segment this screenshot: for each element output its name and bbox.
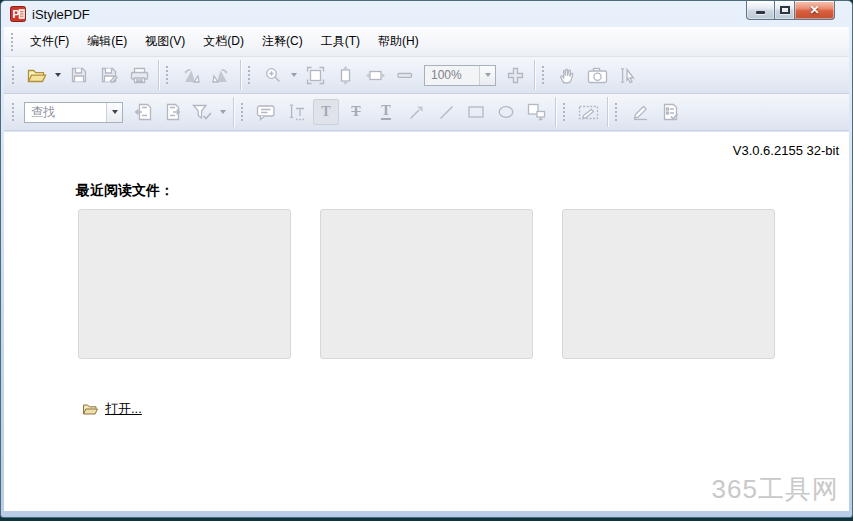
find-combobox[interactable]: 查找	[24, 102, 123, 123]
open-folder-icon	[27, 67, 47, 84]
find-previous-button[interactable]	[129, 99, 155, 125]
toolbar-separator	[158, 60, 159, 90]
find-previous-icon	[133, 103, 152, 121]
fit-width-button[interactable]	[362, 62, 388, 88]
underline-text-button[interactable]: T	[373, 99, 399, 125]
menu-document[interactable]: 文档(D)	[194, 29, 253, 54]
minimize-icon	[756, 11, 765, 14]
find-input-value[interactable]: 查找	[25, 103, 106, 122]
zoom-dropdown-button[interactable]	[288, 62, 300, 88]
menu-file[interactable]: 文件(F)	[21, 29, 78, 54]
main-toolbar: 100%	[4, 57, 849, 94]
window-title: iStylePDF	[32, 7, 90, 22]
menubar-grip[interactable]	[11, 33, 14, 51]
app-logo-icon: P	[10, 6, 26, 22]
save-as-button[interactable]	[96, 62, 122, 88]
zoom-level-combobox[interactable]: 100%	[424, 65, 496, 86]
watermark-text: 365工具网	[712, 472, 839, 507]
highlight-text-button[interactable]: T	[313, 99, 339, 125]
form-verify-button[interactable]	[657, 99, 683, 125]
snapshot-button[interactable]	[584, 62, 610, 88]
arrow-annotation-icon	[408, 104, 425, 121]
arrow-annotation-button[interactable]	[403, 99, 429, 125]
zoom-out-icon	[397, 71, 413, 80]
toolbar-separator	[607, 97, 608, 127]
version-label: V3.0.6.2155 32-bit	[733, 143, 839, 158]
zoom-in-tool-icon	[264, 66, 282, 84]
highlight-text-icon: T	[321, 105, 330, 119]
find-tool-group: 查找	[22, 94, 229, 130]
minimize-button[interactable]	[746, 1, 775, 20]
menu-help[interactable]: 帮助(H)	[369, 29, 428, 54]
toolbar-grip[interactable]	[563, 103, 566, 121]
zoom-out-button[interactable]	[392, 62, 418, 88]
save-as-icon	[100, 66, 118, 84]
toolbar-grip[interactable]	[12, 66, 15, 84]
zoom-level-value[interactable]: 100%	[425, 66, 479, 85]
open-button[interactable]	[24, 62, 50, 88]
filter-dropdown-button[interactable]	[217, 99, 229, 125]
recent-file-slot	[78, 209, 291, 359]
toolbar-grip[interactable]	[615, 103, 618, 121]
sign-pencil-button[interactable]	[627, 99, 653, 125]
hand-tool-button[interactable]	[554, 62, 580, 88]
find-combo-dropdown[interactable]	[106, 103, 122, 122]
annotation-tool-group: T T T	[251, 94, 551, 130]
signature-field-icon	[578, 104, 599, 121]
media-annotation-button[interactable]	[523, 99, 549, 125]
save-button[interactable]	[66, 62, 92, 88]
comment-toolbar: 查找	[4, 94, 849, 131]
select-tool-button[interactable]	[614, 62, 640, 88]
toolbar-grip[interactable]	[542, 66, 545, 84]
menu-tools[interactable]: 工具(T)	[312, 29, 369, 54]
open-dropdown-button[interactable]	[52, 62, 64, 88]
ellipse-annotation-button[interactable]	[493, 99, 519, 125]
fit-height-button[interactable]	[332, 62, 358, 88]
filter-check-button[interactable]	[189, 99, 215, 125]
strikeout-text-icon: T	[351, 105, 360, 119]
sign-tool-group	[625, 94, 685, 130]
toolbar-grip[interactable]	[248, 66, 251, 84]
zoom-in-button[interactable]	[502, 62, 528, 88]
rotate-right-button[interactable]	[208, 62, 234, 88]
rotate-tool-group	[176, 57, 236, 93]
fit-page-button[interactable]	[302, 62, 328, 88]
toolbar-separator	[534, 60, 535, 90]
find-next-button[interactable]	[159, 99, 185, 125]
note-comment-button[interactable]	[253, 99, 279, 125]
text-select-button[interactable]	[283, 99, 309, 125]
zoom-in-tool-button[interactable]	[260, 62, 286, 88]
fit-page-icon	[306, 66, 325, 85]
line-annotation-button[interactable]	[433, 99, 459, 125]
menu-comment[interactable]: 注释(C)	[253, 29, 312, 54]
recent-file-slot	[562, 209, 775, 359]
toolbar-grip[interactable]	[241, 103, 244, 121]
hand-tool-icon	[557, 66, 577, 85]
signature-field-group	[573, 94, 603, 130]
window-controls: ✕	[746, 1, 835, 20]
close-button[interactable]: ✕	[794, 1, 835, 20]
svg-text:P: P	[13, 8, 20, 20]
signature-field-button[interactable]	[575, 99, 601, 125]
toolbar-grip[interactable]	[12, 103, 15, 121]
rectangle-annotation-button[interactable]	[463, 99, 489, 125]
strikeout-text-button[interactable]: T	[343, 99, 369, 125]
chevron-down-icon	[485, 73, 491, 77]
menu-bar: 文件(F) 编辑(E) 视图(V) 文档(D) 注释(C) 工具(T) 帮助(H…	[4, 27, 849, 57]
maximize-button[interactable]	[774, 1, 795, 20]
zoom-in-icon	[507, 67, 524, 84]
print-button[interactable]	[126, 62, 152, 88]
recent-file-slot	[320, 209, 533, 359]
menu-view[interactable]: 视图(V)	[136, 29, 194, 54]
maximize-icon	[780, 6, 790, 14]
text-select-icon	[287, 103, 306, 121]
line-annotation-icon	[438, 104, 455, 121]
filter-dropdown-icon	[220, 110, 226, 114]
zoom-combo-dropdown[interactable]	[479, 66, 495, 85]
zoom-dropdown-icon	[291, 73, 297, 77]
menu-edit[interactable]: 编辑(E)	[78, 29, 136, 54]
toolbar-grip[interactable]	[166, 66, 169, 84]
rotate-left-button[interactable]	[178, 62, 204, 88]
chevron-down-icon	[112, 110, 118, 114]
open-file-link[interactable]: 打开...	[105, 400, 142, 418]
